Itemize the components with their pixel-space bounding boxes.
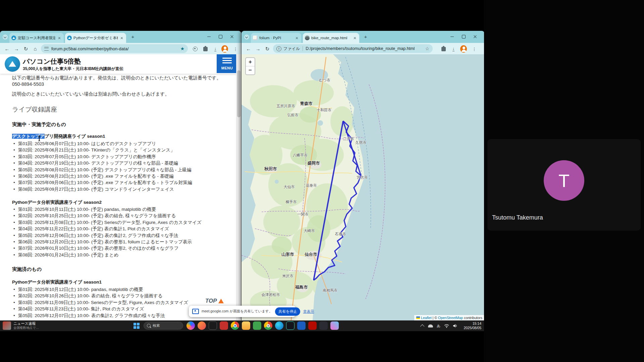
city-label-一関市: 一関市 [298,212,309,217]
news-widget[interactable]: ニュース速報 全国複数地点で… [3,321,39,330]
city-label-横手市: 横手市 [286,199,297,204]
volume-icon[interactable] [453,324,457,328]
file-scheme-label: ファイル [283,46,300,52]
file-info-icon[interactable]: i [276,46,281,51]
chrome-menu-kebab-icon[interactable]: ⋮ [471,46,478,52]
reload-icon[interactable]: ↻ [22,45,30,53]
taskbar-clock[interactable]: 15:14 2025/08/05 [464,321,481,330]
system-tray: あ [421,320,457,331]
tab-bike-route-map[interactable]: bike_route_map.html [303,33,359,43]
new-tab-button[interactable]: + [363,34,368,40]
leaflet-map[interactable]: むつ市青森市五所川原市弘前市十和田市二戸市久慈市八幡平市盛岡市秋田市宮古市花巻市… [241,54,484,320]
city-label-秋田市: 秋田市 [264,166,277,172]
terminal-icon[interactable] [209,321,217,330]
meet-participant-panel: T Tsutomu Takemura [484,0,644,362]
hide-button[interactable]: 非表示 [303,309,314,314]
reload-icon[interactable]: ↻ [264,45,271,53]
back-to-top-button[interactable]: TOP [205,298,224,304]
window-close-button[interactable] [227,31,237,42]
browser-toolbar-left: ← → ↻ ⌂ forum.pc5bai.com/member/python-d… [0,43,241,55]
menu-button[interactable]: MENU [217,54,237,73]
wifi-icon[interactable] [444,324,449,328]
downloads-icon[interactable]: ↓ [212,46,219,52]
acrobat-icon[interactable] [308,321,317,330]
edge-icon[interactable] [275,321,283,330]
downloads-icon[interactable]: ↓ [450,46,457,52]
start-button[interactable] [133,323,140,329]
site-header: パソコン仕事5倍塾 35,000人を指導した東大卒・元日本IBM社内講師が直伝 … [0,54,236,74]
forward-icon[interactable]: → [13,45,20,53]
course-item: 第04回: 2025年11月23日(土) 10:00- 集計, Plot のカス… [13,306,188,312]
ime-indicator[interactable]: あ [437,323,440,328]
word-icon[interactable] [297,321,306,330]
app-green-icon[interactable] [253,321,261,330]
browser-profile-icon[interactable] [264,321,272,330]
hidden-icons-chevron-icon[interactable] [420,324,424,328]
window-minimize-button[interactable] [447,31,457,42]
bookmark-star-icon[interactable]: ☆ [425,46,429,51]
city-label-八幡平市: 八幡平市 [293,153,308,158]
photos-icon[interactable] [330,321,339,330]
course-item: 第07回: 2026年01月10日(土) 10:00- (予定) 表の整形2, … [13,245,202,251]
season2-list: 第01回: 2025年10月11日(土) 10:00- (予定) pandas,… [13,206,202,258]
new-tab-button[interactable]: + [130,34,136,40]
city-label-山形市: 山形市 [281,252,294,257]
pycharm-icon[interactable] [286,321,294,330]
lens-icon[interactable] [192,46,199,52]
profile-avatar-icon[interactable] [460,46,467,52]
done-season-heading: Pythonデータ分析実践講座ライブ season1 [12,279,102,285]
taskbar-search[interactable]: 検索 [144,322,183,329]
profile-avatar-icon[interactable] [221,46,228,52]
participant-avatar: T [544,160,584,201]
site-logo-icon[interactable] [5,56,20,72]
chrome-menu-kebab-icon[interactable]: ⋮ [232,46,239,52]
window-minimize-button[interactable] [204,31,214,42]
tab-search-chevron-icon[interactable] [244,35,249,40]
url-text: forum.pc5bai.com/member/python-data/ [51,46,180,51]
clock-date: 2025/08/05 [464,326,481,330]
page-scrollbar[interactable] [236,54,241,320]
tab-teigaku-course[interactable]: 定額コース利用者限定 2025年08 [9,33,64,43]
app-orange-icon[interactable] [198,321,206,330]
extensions-puzzle-icon[interactable] [440,46,447,52]
tab-close-icon[interactable] [57,36,62,40]
ongoing-heading: 実施中・実施予定のもの [12,121,66,128]
tab-python-data[interactable]: Pythonデータ分析ゼミ本科生 ポー [65,33,126,43]
city-label-会津若松市: 会津若松市 [262,292,280,297]
app-dark-icon[interactable] [319,321,328,330]
taskbar-apps [186,321,339,330]
course-item: 第01回: 2025年10月11日(土) 10:00- (予定) pandas,… [13,206,202,213]
section-title: ライブ収録講座 [12,105,57,114]
back-icon[interactable]: ← [3,45,11,53]
extensions-puzzle-icon[interactable] [202,46,209,52]
tab-title: Pythonデータ分析ゼミ本科生 ポー [73,36,118,41]
home-icon[interactable]: ⌂ [32,45,39,53]
onedrive-cloud-icon[interactable] [428,324,433,327]
app-red-icon[interactable] [220,321,228,330]
address-bar[interactable]: forum.pc5bai.com/member/python-data/ ★ [41,44,188,53]
copilot-icon[interactable] [186,321,195,330]
stop-sharing-button[interactable]: 共有を停止 [275,307,300,316]
window-close-button[interactable] [470,31,480,42]
window-maximize-button[interactable] [215,31,225,42]
back-icon[interactable]: ← [245,45,252,53]
site-info-icon[interactable] [44,47,49,51]
bookmark-star-icon[interactable]: ★ [180,46,184,51]
explorer-icon[interactable] [242,321,250,330]
address-bar[interactable]: i ファイル D:/projects/members/tsutomu/touri… [273,44,433,53]
tab-folium-pypi[interactable]: folium · PyPI [251,33,301,43]
leaflet-link[interactable]: Leaflet [421,316,432,320]
window-maximize-button[interactable] [459,31,469,42]
course-item: 第01回: 2025年06月07日(土) 10:00- はじめてのデスクトップア… [13,140,192,147]
scrollbar-thumb[interactable] [237,70,240,117]
tab-search-chevron-icon[interactable] [3,35,8,40]
tab-close-icon[interactable] [353,36,357,40]
tab-close-icon[interactable] [119,36,124,40]
osm-link[interactable]: OpenStreetMap [438,316,463,320]
zoom-in-button[interactable]: + [246,58,255,66]
zoom-out-button[interactable]: − [246,66,255,74]
forward-icon[interactable]: → [254,45,262,53]
chrome-icon[interactable] [231,321,239,330]
tab-close-icon[interactable] [294,36,299,40]
course-item: 第03回: 2025年07月05日(土) 10:00- デスクトップアプリの動作… [13,154,192,160]
